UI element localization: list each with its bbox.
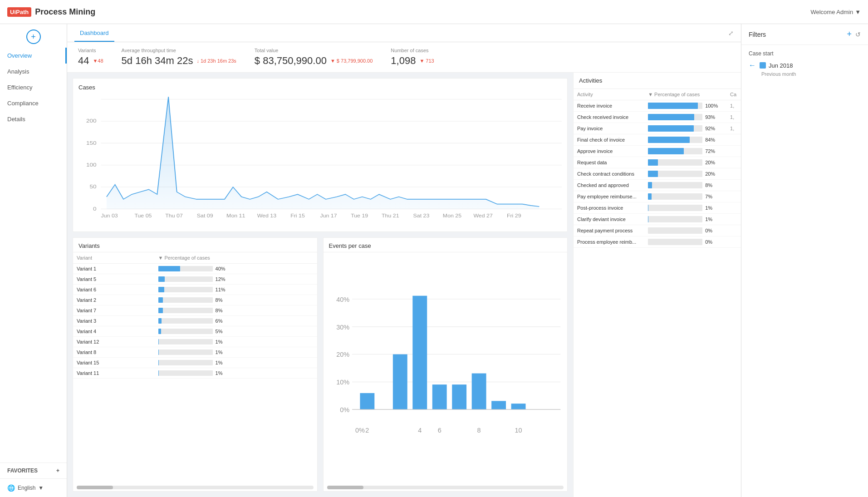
filters-refresh-button[interactable]: ↺	[855, 31, 861, 38]
events-chart-svg: 0% 10% 20% 30% 40% 2	[327, 256, 564, 480]
tab-dashboard[interactable]: Dashboard	[74, 25, 114, 42]
language-label: English	[18, 485, 35, 491]
svg-text:0%: 0%	[355, 427, 364, 434]
activities-header: Activities	[574, 73, 741, 89]
variants-scrollbar[interactable]	[77, 486, 314, 489]
table-row: Repeat payment process 0%	[574, 225, 741, 236]
svg-text:Wed 27: Wed 27	[473, 213, 492, 218]
svg-text:Mon 11: Mon 11	[226, 213, 245, 218]
sidebar-item-efficiency[interactable]: Efficiency	[0, 79, 67, 95]
metric-num-cases-label: Number of cases	[391, 48, 434, 53]
svg-rect-44	[471, 374, 486, 410]
favorites-add-icon[interactable]: +	[56, 467, 59, 474]
cal-checkbox[interactable]	[760, 62, 766, 69]
svg-rect-47	[511, 404, 525, 409]
variant-pct: 1%	[155, 368, 317, 379]
svg-text:Tue 19: Tue 19	[351, 213, 368, 218]
metric-variants-delta: ▼48	[93, 58, 103, 64]
svg-rect-43	[452, 384, 466, 409]
sidebar-item-details[interactable]: Details	[0, 111, 67, 127]
metric-num-cases-delta: ▼ 713	[419, 58, 434, 64]
metric-variants: Variants 44 ▼48	[78, 48, 103, 67]
table-row: Pay employee reimburse... 7%	[574, 191, 741, 202]
table-row: Clarify deviant invoice 1%	[574, 214, 741, 225]
activity-pct: 1%	[644, 214, 726, 225]
activity-ca	[726, 134, 741, 146]
variant-pct: 8%	[155, 295, 317, 305]
sidebar-language[interactable]: 🌐 English ▼	[0, 478, 67, 497]
table-row: Post-process invoice 1%	[574, 202, 741, 214]
svg-text:30%: 30%	[336, 324, 349, 331]
welcome-arrow-icon[interactable]: ▼	[855, 9, 861, 15]
variant-name: Variant 8	[73, 347, 155, 358]
activity-pct: 93%	[644, 112, 726, 123]
app-title: Process Mining	[35, 7, 95, 17]
variant-pct-col-header[interactable]: ▼ Percentage of cases	[155, 252, 317, 264]
sidebar-item-compliance[interactable]: Compliance	[0, 95, 67, 111]
metric-throughput: Average throughput time 5d 16h 34m 22s ↓…	[122, 48, 236, 67]
svg-text:Mon 25: Mon 25	[443, 213, 461, 218]
svg-text:Thu 21: Thu 21	[382, 213, 399, 218]
variant-name: Variant 11	[73, 368, 155, 379]
logo: UiPath Process Mining	[7, 7, 95, 17]
activity-ca	[726, 180, 741, 191]
calendar-nav: ← Jun 2018	[749, 61, 861, 69]
svg-rect-46	[491, 401, 506, 409]
sidebar-item-analysis[interactable]: Analysis	[0, 64, 67, 79]
table-row: Variant 11 1%	[73, 368, 317, 379]
activity-ca-col-header: Ca	[726, 89, 741, 100]
cal-prev-arrow[interactable]: ←	[749, 61, 756, 69]
variant-pct: 1%	[155, 337, 317, 347]
table-row: Process employee reimb... 0%	[574, 236, 741, 248]
main-layout: + Overview Analysis Efficiency Complianc…	[0, 24, 868, 497]
svg-text:10%: 10%	[336, 379, 349, 386]
expand-icon[interactable]: ⤢	[728, 30, 734, 37]
table-row: Check received invoice 93% 1,	[574, 112, 741, 123]
svg-text:0: 0	[93, 206, 97, 212]
sidebar-favorites: FAVORITES +	[0, 463, 67, 478]
variant-name: Variant 2	[73, 295, 155, 305]
svg-text:20%: 20%	[336, 351, 349, 358]
cal-month-text: Jun 2018	[769, 62, 793, 69]
activity-pct: 0%	[644, 225, 726, 236]
metric-num-cases: Number of cases 1,098 ▼ 713	[391, 48, 434, 67]
variants-table: Variant ▼ Percentage of cases Variant 1 …	[73, 252, 317, 484]
table-row: Variant 4 5%	[73, 326, 317, 337]
metric-variants-label: Variants	[78, 48, 103, 53]
variants-panel-header: Variants	[73, 238, 317, 252]
variant-pct: 12%	[155, 274, 317, 285]
language-arrow-icon: ▼	[38, 485, 44, 491]
activity-ca	[726, 236, 741, 248]
welcome-area[interactable]: Welcome Admin ▼	[810, 9, 861, 15]
sidebar-add-button[interactable]: +	[26, 30, 41, 44]
svg-rect-39	[412, 296, 427, 410]
activity-pct: 20%	[644, 168, 726, 180]
svg-text:Tue 05: Tue 05	[134, 213, 152, 218]
activity-pct-col-header[interactable]: ▼ Percentage of cases	[644, 89, 726, 100]
events-chart: 0% 10% 20% 30% 40% 2	[324, 252, 568, 484]
svg-text:4: 4	[418, 427, 422, 434]
metric-variants-value: 44 ▼48	[78, 55, 103, 67]
svg-text:0%: 0%	[340, 406, 349, 413]
filters-panel: Filters + ↺ Case start ← Jun 2018 Previo…	[741, 24, 868, 497]
welcome-text: Welcome Admin	[810, 9, 853, 15]
events-scrollbar[interactable]	[327, 486, 564, 489]
activity-name: Approve invoice	[574, 146, 644, 157]
filters-title: Filters	[749, 31, 766, 38]
svg-text:40%: 40%	[336, 296, 349, 303]
variant-pct: 11%	[155, 285, 317, 295]
metrics-row: Variants 44 ▼48 Average throughput time …	[67, 42, 741, 73]
activities-panel: Activities Activity ▼ Percentage of case…	[573, 73, 741, 497]
metric-throughput-delta: ↓ 1d 23h 16m 23s	[196, 58, 236, 64]
activity-ca	[726, 157, 741, 168]
variant-pct: 40%	[155, 264, 317, 274]
variant-pct: 5%	[155, 326, 317, 337]
svg-text:6: 6	[437, 427, 441, 434]
svg-rect-36	[360, 393, 374, 409]
cal-month: Jun 2018	[760, 62, 793, 69]
cases-chart-panel: Cases 0	[73, 78, 568, 232]
sidebar-item-overview[interactable]: Overview	[0, 48, 67, 64]
activity-name: Request data	[574, 157, 644, 168]
globe-icon: 🌐	[7, 484, 15, 492]
filters-add-button[interactable]: +	[847, 30, 852, 39]
